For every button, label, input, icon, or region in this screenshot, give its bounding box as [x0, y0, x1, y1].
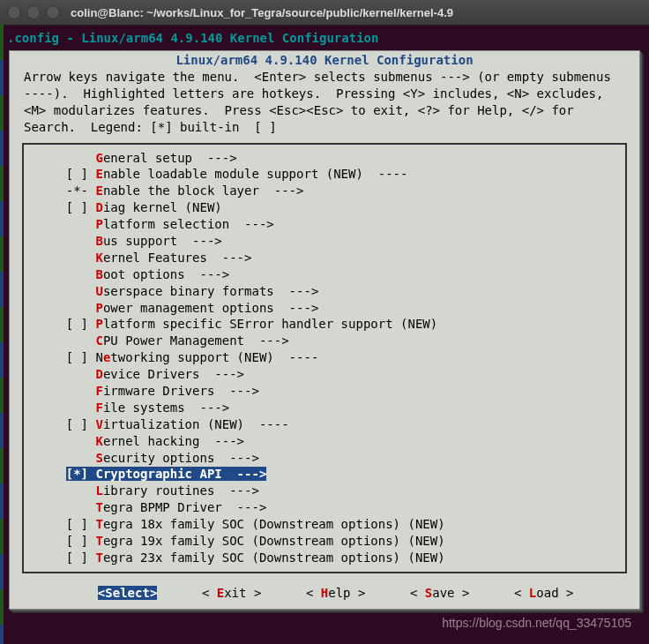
- menu-item[interactable]: Tegra BPMP Driver --->: [24, 499, 625, 516]
- load-button[interactable]: < Load >: [514, 586, 573, 600]
- menu-item[interactable]: Platform selection --->: [24, 216, 625, 233]
- menu-item[interactable]: General setup --->: [24, 150, 625, 167]
- menu-item[interactable]: [ ] Virtualization (NEW) ----: [24, 416, 625, 433]
- maximize-icon[interactable]: [46, 5, 60, 19]
- menu-item[interactable]: Kernel Features --->: [24, 250, 625, 266]
- menu-item[interactable]: [ ] Networking support (NEW) ----: [24, 349, 625, 366]
- menu-item[interactable]: Library routines --->: [24, 483, 625, 499]
- menu-list[interactable]: General setup ---> [ ] Enable loadable m…: [22, 143, 627, 573]
- menu-item[interactable]: File systems --->: [24, 400, 625, 416]
- menu-item[interactable]: [ ] Tegra 18x family SOC (Downstream opt…: [24, 516, 625, 533]
- dialog-title: Linux/arm64 4.9.140 Kernel Configuration: [10, 51, 639, 67]
- config-file-header: .config - Linux/arm64 4.9.140 Kernel Con…: [7, 29, 642, 47]
- help-button[interactable]: < Help >: [306, 586, 365, 600]
- menu-item[interactable]: Power management options --->: [24, 300, 625, 317]
- close-icon[interactable]: [7, 5, 21, 19]
- decorative-strip: [0, 25, 4, 644]
- menu-item[interactable]: Firmware Drivers --->: [24, 383, 625, 400]
- menu-item[interactable]: [ ] Platform specific SError handler sup…: [24, 316, 625, 333]
- menu-item[interactable]: [ ] Enable loadable module support (NEW)…: [24, 166, 625, 183]
- menu-item[interactable]: Userspace binary formats --->: [24, 283, 625, 300]
- menu-item[interactable]: Kernel hacking --->: [24, 433, 625, 450]
- menu-item[interactable]: [ ] Tegra 23x family SOC (Downstream opt…: [24, 550, 625, 566]
- button-row: <Select> < Exit > < Help > < Save > < Lo…: [10, 582, 639, 609]
- menu-item[interactable]: CPU Power Management --->: [24, 333, 625, 349]
- menu-item[interactable]: [*] Cryptographic API --->: [24, 466, 625, 483]
- menu-item[interactable]: Bus support --->: [24, 233, 625, 250]
- menu-item[interactable]: [ ] Diag kernel (NEW): [24, 199, 625, 216]
- menu-item[interactable]: Boot options --->: [24, 266, 625, 283]
- menu-item[interactable]: Security options --->: [24, 450, 625, 467]
- minimize-icon[interactable]: [26, 5, 41, 19]
- menu-item[interactable]: Device Drivers --->: [24, 366, 625, 383]
- window-controls: [7, 5, 60, 19]
- menuconfig-dialog: Linux/arm64 4.9.140 Kernel Configuration…: [9, 50, 640, 610]
- menu-item[interactable]: -*- Enable the block layer --->: [24, 183, 625, 199]
- window-titlebar: colin@Blanc: ~/works/Linux_for_Tegra/sou…: [0, 0, 649, 26]
- menu-item[interactable]: [ ] Tegra 19x family SOC (Downstream opt…: [24, 533, 625, 550]
- help-instructions: Arrow keys navigate the menu. <Enter> se…: [10, 67, 639, 143]
- save-button[interactable]: < Save >: [410, 586, 469, 600]
- terminal-area: .config - Linux/arm64 4.9.140 Kernel Con…: [0, 26, 649, 644]
- exit-button[interactable]: < Exit >: [202, 586, 261, 600]
- select-button[interactable]: <Select>: [98, 586, 157, 600]
- window-title: colin@Blanc: ~/works/Linux_for_Tegra/sou…: [71, 6, 453, 19]
